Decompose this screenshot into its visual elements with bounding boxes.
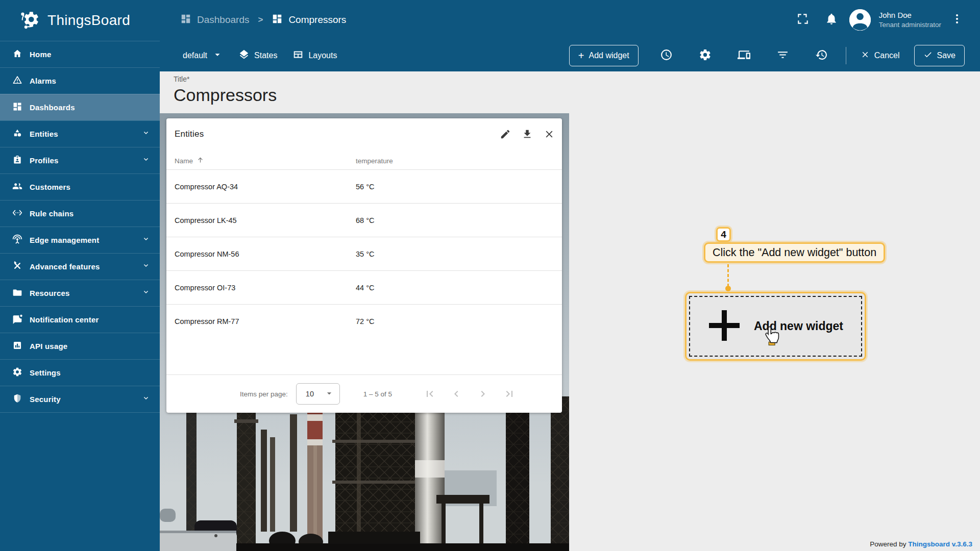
thingsboard-version-link[interactable]: Thingsboard v.3.6.3 (908, 540, 972, 548)
layouts-label: Layouts (308, 51, 337, 60)
edge-management-icon (12, 234, 22, 246)
chevron-down-icon (141, 129, 151, 139)
sidebar-item-edge-management[interactable]: Edge management (0, 227, 160, 253)
dashboard-toolbar: default States Layouts + Add widget (160, 40, 980, 71)
edit-widget-button[interactable] (500, 129, 511, 140)
avatar[interactable] (849, 9, 871, 31)
breadcrumb-compressors[interactable]: Compressors (272, 13, 346, 27)
bell-icon (825, 12, 838, 28)
next-page-button[interactable] (477, 388, 489, 400)
sidebar-item-entities[interactable]: Entities (0, 120, 160, 147)
fullscreen-button[interactable] (792, 9, 814, 31)
cell-name: Compressor AQ-34 (175, 183, 356, 191)
customers-icon (12, 181, 22, 193)
cell-name: Compressor OI-73 (175, 284, 356, 292)
table-row[interactable]: Compressor LK-45 68 °C (166, 203, 562, 237)
filter-button[interactable] (772, 45, 794, 66)
sidebar-item-profiles[interactable]: Profiles (0, 147, 160, 173)
powered-by: Powered by Thingsboard v.3.6.3 (870, 540, 972, 548)
column-header-name[interactable]: Name (175, 156, 356, 165)
sidebar-item-dashboards[interactable]: Dashboards (0, 94, 160, 120)
table-row[interactable]: Compressor AQ-34 56 °C (166, 169, 562, 203)
save-button[interactable]: Save (914, 45, 965, 66)
breadcrumb-dashboards[interactable]: Dashboards (180, 13, 249, 27)
dashboard-settings-button[interactable] (695, 45, 716, 66)
dashboards-icon (180, 13, 191, 27)
vertical-dots-icon (951, 13, 963, 27)
chevron-down-icon (141, 394, 151, 405)
sidebar-item-label: Resources (30, 289, 70, 297)
more-menu-button[interactable] (948, 9, 966, 31)
toolbar-left: default States Layouts (183, 49, 337, 62)
sidebar-item-label: API usage (30, 342, 67, 350)
alarms-icon (12, 75, 22, 87)
previous-page-button[interactable] (450, 388, 462, 400)
sidebar-item-settings[interactable]: Settings (0, 359, 160, 386)
sidebar-item-rule-chains[interactable]: Rule chains (0, 200, 160, 227)
column-header-temperature[interactable]: temperature (356, 157, 554, 165)
cell-temperature: 35 °C (356, 250, 554, 258)
layouts-button[interactable]: Layouts (292, 49, 337, 62)
version-history-button[interactable] (811, 45, 832, 66)
download-widget-button[interactable] (522, 129, 533, 140)
sidebar-item-label: Advanced features (30, 262, 100, 271)
toolbar-divider (846, 47, 846, 64)
sidebar-item-label: Security (30, 395, 61, 404)
sidebar-item-security[interactable]: Security (0, 386, 160, 413)
cancel-button[interactable]: Cancel (855, 45, 905, 66)
table-row[interactable]: Compressor OI-73 44 °C (166, 270, 562, 304)
remove-widget-button[interactable] (544, 129, 555, 140)
sidebar-item-customers[interactable]: Customers (0, 173, 160, 200)
thingsboard-logo[interactable]: ThingsBoard (0, 0, 160, 41)
clock-icon (660, 48, 673, 63)
sidebar-item-label: Settings (30, 368, 61, 377)
first-page-button[interactable] (424, 388, 436, 400)
filter-icon (776, 48, 789, 63)
entities-icon (12, 128, 22, 140)
chevron-down-icon (141, 261, 151, 272)
sidebar-item-label: Entities (30, 130, 58, 138)
states-button[interactable]: States (238, 49, 277, 62)
cell-temperature: 72 °C (356, 317, 554, 325)
sidebar-item-resources[interactable]: Resources (0, 280, 160, 306)
dashboards-icon (12, 102, 22, 113)
sidebar-item-api-usage[interactable]: API usage (0, 333, 160, 359)
time-window-button[interactable] (656, 45, 677, 66)
table-header-row: Name temperature (166, 152, 562, 169)
notification-center-icon (12, 314, 22, 325)
cancel-label: Cancel (874, 51, 900, 60)
title-field-label: Title* (174, 75, 277, 83)
resources-icon (12, 287, 22, 299)
column-header-label: Name (175, 157, 193, 165)
dashboard-canvas: Entities Name temperature (160, 113, 569, 551)
add-widget-label: Add widget (589, 51, 629, 60)
sidebar-item-label: Notification center (30, 315, 99, 324)
tutorial-connector-line (727, 264, 729, 287)
sidebar-item-alarms[interactable]: Alarms (0, 67, 160, 94)
sidebar-item-notification-center[interactable]: Notification center (0, 306, 160, 333)
hand-cursor-icon (764, 325, 780, 348)
sidebar-item-label: Profiles (30, 156, 59, 165)
table-row[interactable]: Compressor RM-77 72 °C (166, 304, 562, 338)
user-info[interactable]: John Doe Tenant administrator (879, 10, 941, 29)
sidebar-item-advanced-features[interactable]: Advanced features (0, 253, 160, 280)
cell-temperature: 68 °C (356, 216, 554, 224)
app-root: ThingsBoard Home Alarms Dashboards Entit… (0, 0, 980, 551)
sidebar-item-home[interactable]: Home (0, 41, 160, 67)
manage-layouts-button[interactable] (733, 45, 755, 66)
last-page-button[interactable] (503, 388, 516, 400)
notifications-button[interactable] (821, 9, 842, 31)
dashboard-content: Title* Compressors (160, 71, 980, 551)
add-widget-toolbar-button[interactable]: + Add widget (569, 45, 639, 66)
state-select[interactable]: default (183, 49, 223, 62)
close-icon (861, 50, 870, 61)
chevron-down-icon (141, 155, 151, 166)
table-row[interactable]: Compressor NM-56 35 °C (166, 237, 562, 270)
sidebar-item-label: Edge management (30, 236, 99, 244)
sidebar-item-label: Rule chains (30, 209, 74, 218)
page-size-select[interactable]: 10 (296, 383, 340, 405)
dashboard-title-input[interactable]: Compressors (174, 85, 277, 105)
tutorial-connector-dot (725, 286, 731, 291)
chevron-down-icon (141, 235, 151, 245)
api-usage-icon (12, 340, 22, 352)
